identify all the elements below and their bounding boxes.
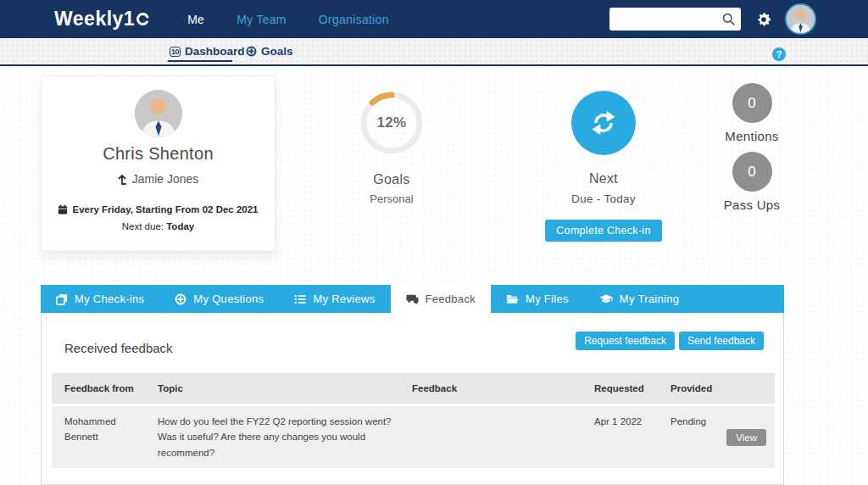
table-row: Mohammed Bennett How do you feel the FY2… (52, 406, 775, 468)
avatar-image (787, 5, 815, 33)
search-icon[interactable] (721, 12, 736, 26)
tab-goals-label: Goals (261, 45, 293, 58)
navbar-right-cluster (609, 0, 868, 38)
send-feedback-button[interactable]: Send feedback (679, 332, 764, 350)
col-topic: Topic (145, 373, 399, 404)
next-due-text: Due - Today (539, 192, 668, 205)
manager-name: Jamie Jones (132, 172, 199, 186)
tab-my-files-label: My Files (526, 293, 569, 305)
gear-icon[interactable] (755, 11, 772, 28)
user-avatar[interactable] (785, 3, 816, 35)
secondary-nav: 10 Dashboard Goals (0, 38, 868, 66)
next-title: Next (539, 171, 668, 187)
tab-feedback[interactable]: Feedback (391, 285, 492, 313)
feedback-chat-icon (406, 293, 419, 305)
schedule-row: Every Friday, Starting From 02 Dec 2021 (42, 204, 275, 215)
tab-my-questions[interactable]: My Questions (159, 285, 279, 313)
col-provided: Provided (658, 373, 724, 404)
col-actions (724, 373, 775, 404)
feedback-table: Feedback from Topic Feedback Requested P… (52, 373, 775, 468)
tab-my-checkins[interactable]: My Check-ins (41, 285, 159, 313)
logo-zero-icon (136, 12, 150, 26)
weekly10-dashboard: Weekly1 Me My Team Organisation (0, 0, 868, 485)
col-feedback: Feedback (399, 373, 581, 404)
content-tabstrip: My Check-ins My Questions My Reviews F (41, 285, 784, 313)
goals-target-icon (246, 46, 257, 57)
files-folder-icon (506, 293, 519, 304)
row-feedback (399, 406, 581, 468)
tab-my-files[interactable]: My Files (491, 285, 584, 313)
nav-item-me[interactable]: Me (187, 13, 204, 26)
questions-target-icon (175, 293, 186, 305)
training-graduation-icon (599, 293, 613, 304)
manager-row: Jamie Jones (42, 172, 275, 186)
feedback-actions: Request feedback Send feedback (576, 332, 764, 350)
checkins-copy-icon (56, 293, 68, 305)
refresh-icon (588, 108, 619, 138)
row-feedback-from: Mohammed Bennett (52, 406, 145, 468)
row-provided: Pending (658, 406, 724, 468)
goals-widget: 12% Goals Personal (342, 83, 441, 205)
tab-my-training-label: My Training (620, 293, 680, 305)
passups-count: 0 (732, 152, 772, 192)
goals-percent: 12% (359, 90, 425, 156)
col-feedback-from: Feedback from (52, 373, 145, 404)
tab-my-checkins-label: My Check-ins (75, 293, 144, 305)
next-checkin-widget: Next Due - Today Complete Check-in (539, 83, 668, 242)
weekly10-logo[interactable]: Weekly1 (54, 8, 150, 31)
help-icon[interactable]: ? (772, 47, 786, 61)
profile-card: Chris Shenton Jamie Jones Every Friday, … (41, 75, 275, 251)
goals-title: Goals (342, 172, 441, 187)
feedback-table-header: Feedback from Topic Feedback Requested P… (52, 373, 775, 404)
next-due-label: Next due: (122, 221, 164, 231)
tab-dashboard-label: Dashboard (185, 45, 245, 58)
schedule-text: Every Friday, Starting From 02 Dec 2021 (72, 204, 258, 215)
next-due-value: Today (166, 221, 194, 231)
level-up-icon (118, 173, 128, 185)
reviews-list-icon (294, 293, 306, 305)
dashboard-icon: 10 (170, 47, 181, 57)
received-feedback-heading: Received feedback (64, 341, 173, 355)
stats-column: 0 Mentions 0 Pass Ups (718, 83, 786, 212)
goals-subtitle: Personal (342, 192, 441, 205)
next-due-row: Next due: Today (42, 221, 275, 231)
mentions-label: Mentions (718, 129, 786, 143)
tab-my-reviews-label: My Reviews (313, 293, 375, 305)
tab-my-reviews[interactable]: My Reviews (279, 285, 390, 313)
logo-text: Weekly1 (54, 8, 135, 31)
col-requested: Requested (581, 373, 658, 404)
row-requested: Apr 1 2022 (581, 406, 658, 468)
top-navbar: Weekly1 Me My Team Organisation (0, 0, 868, 38)
active-tab-underline (168, 60, 232, 62)
tab-my-training[interactable]: My Training (584, 285, 695, 313)
view-button[interactable]: View (726, 429, 766, 446)
complete-checkin-button[interactable]: Complete Check-in (545, 220, 661, 242)
primary-nav: Me My Team Organisation (187, 13, 389, 26)
row-topic: How do you feel the FY22 Q2 reporting se… (145, 406, 399, 468)
user-name: Chris Shenton (42, 144, 275, 164)
search-input[interactable] (615, 8, 718, 31)
profile-photo (135, 90, 182, 137)
request-feedback-button[interactable]: Request feedback (576, 332, 675, 350)
row-actions: View (724, 406, 775, 468)
next-checkin-circle[interactable] (571, 91, 636, 155)
goals-progress-donut: 12% (359, 90, 425, 156)
nav-item-organisation[interactable]: Organisation (319, 13, 389, 26)
mentions-stat: 0 Mentions (718, 83, 786, 143)
mentions-count: 0 (732, 83, 772, 123)
passups-stat: 0 Pass Ups (718, 152, 786, 212)
passups-label: Pass Ups (718, 198, 786, 212)
nav-item-my-team[interactable]: My Team (236, 13, 287, 26)
tab-feedback-label: Feedback (426, 293, 476, 305)
search-box (609, 8, 741, 31)
feedback-panel: Received feedback Request feedback Send … (41, 313, 784, 485)
calendar-icon (58, 204, 68, 215)
tab-goals[interactable]: Goals (246, 38, 293, 64)
tab-my-questions-label: My Questions (193, 293, 264, 305)
